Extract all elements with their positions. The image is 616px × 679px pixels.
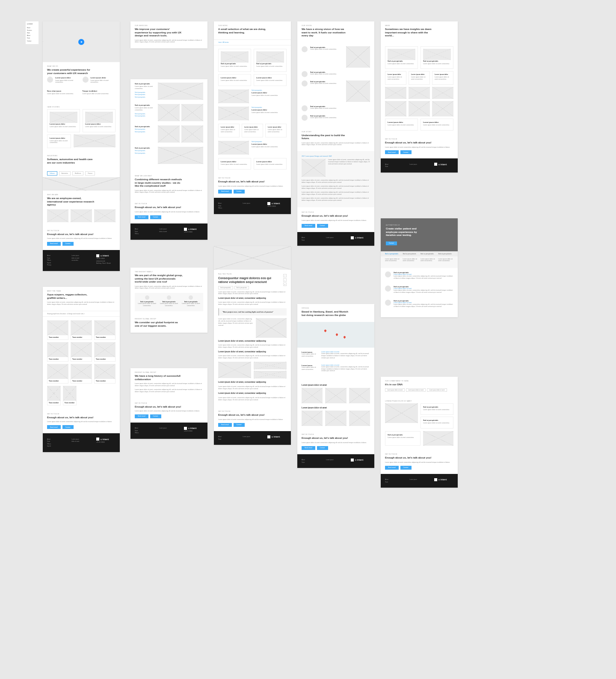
method-icon [385, 300, 391, 306]
tag-chip[interactable]: Sed ut perspiciatis [218, 286, 233, 289]
map[interactable] [297, 322, 374, 348]
logo: u intent [27, 23, 37, 25]
breadcrumb[interactable]: Home · Work · Post title [218, 273, 287, 275]
team-card[interactable]: Team member [94, 320, 116, 340]
subtab[interactable]: Sed ut perspiciatis [403, 253, 418, 255]
value-icon [302, 80, 308, 86]
email-button[interactable]: Send email [47, 425, 61, 429]
industry-hero: AUTOMOTIVE UX Create stellar patient and… [381, 218, 458, 251]
hero-video[interactable] [43, 21, 120, 62]
email-button[interactable]: Send email [385, 150, 399, 154]
value-icon [302, 115, 308, 121]
work-card[interactable]: Lorem ipsum dolorLorem ipsum dolor sit a… [218, 158, 251, 170]
page-vision: OUR VISION We have a strong vision of ho… [297, 21, 374, 246]
nav-item[interactable]: Contact [27, 40, 37, 42]
work-card[interactable]: Lorem ipsum dolorLorem ipsum dolor sit a… [218, 124, 240, 137]
heading: Combining different research methods in … [135, 178, 183, 188]
email-button[interactable]: Send email [135, 215, 148, 219]
tab[interactable]: Healthcare [72, 171, 84, 176]
page-team: MEET THE TEAM Aqua scapers, reggea colle… [43, 287, 120, 452]
work-card[interactable]: Lorem ipsum dolorLorem ipsum dolor sit a… [218, 74, 251, 86]
news-card[interactable]: Sed ut perspiciatisLorem ipsum dolor sit… [421, 46, 453, 69]
news-card[interactable]: Lorem ipsum dolorLorem ipsum dolor sit a… [409, 71, 430, 85]
contact-button[interactable]: Contact [400, 150, 412, 154]
chip[interactable]: Lorem ipsum dolor sit amet [406, 388, 426, 392]
team-card[interactable]: Team member [71, 342, 92, 362]
tag-chip[interactable]: Sed ut perspiciatis [234, 286, 249, 289]
work-card[interactable]: Lorem ipsum dolorLorem ipsum dolor sit a… [265, 124, 287, 137]
nav-item[interactable]: Work [27, 32, 37, 34]
work-card[interactable]: Lorem ipsum dolorLorem ipsum dolor sit a… [254, 158, 287, 170]
nav-item[interactable]: Services [27, 30, 37, 31]
work-card[interactable]: Lorem ipsum dolorLorem ipsum dolor sit a… [242, 124, 263, 137]
contact-button[interactable]: Contact [62, 425, 74, 429]
subtab[interactable]: Sed ut perspiciatis [385, 253, 400, 255]
team-card[interactable]: Team member [71, 320, 92, 340]
email-button[interactable]: Send email [135, 414, 148, 418]
card-title[interactable]: Lorem ipsum dolor [85, 123, 113, 125]
page-services-body: Sed ut perspiciatisLorem ipsum dolor sit… [130, 79, 207, 240]
news-card[interactable]: Sed ut perspiciatisLorem ipsum dolor sit… [385, 46, 418, 69]
contact-button[interactable]: Contact [317, 224, 328, 228]
feature-title: Lorem ipsum dolor [55, 77, 80, 79]
contact-button[interactable]: Contact [150, 215, 161, 219]
team-card[interactable]: Team member [94, 342, 116, 362]
card-title[interactable]: Lorem ipsum dolor [50, 137, 68, 139]
contact-button[interactable]: Contact [234, 423, 245, 427]
email-button[interactable]: Send email [302, 224, 315, 228]
share-icons[interactable]: ftin [283, 274, 287, 287]
map-pin-icon[interactable] [343, 336, 346, 339]
team-card[interactable]: Team member [47, 364, 68, 384]
play-icon[interactable] [78, 39, 84, 45]
news-card[interactable]: Lorem ipsum dolorLorem ipsum dolor sit a… [385, 119, 418, 131]
map-pin-icon[interactable] [324, 329, 327, 332]
email-button[interactable]: Send email [218, 190, 232, 194]
filter-bar[interactable]: Showing people from all locations · all … [43, 311, 120, 317]
news-card[interactable]: Lorem ipsum dolorLorem ipsum dolor sit a… [421, 119, 453, 131]
dna-card[interactable]: Sed ut perspiciatisLorem ipsum dolor sit… [385, 431, 421, 446]
contact-button[interactable]: Contact [234, 190, 245, 194]
tab[interactable]: Automotive [59, 171, 71, 176]
dna-card[interactable]: Sed ut perspiciatisLorem ipsum dolor sit… [421, 417, 453, 429]
team-card[interactable]: Team member [94, 364, 116, 384]
team-card[interactable]: Team member [47, 342, 68, 362]
email-button[interactable]: Send email [302, 446, 315, 450]
nav-item[interactable]: About [27, 35, 37, 36]
contact-button[interactable]: Contact [400, 466, 412, 470]
eyebrow: INDUSTRIES [47, 155, 116, 157]
card-title[interactable]: Lorem ipsum dolor [50, 123, 77, 125]
news-card[interactable]: Lorem ipsum dolorLorem ipsum dolor sit a… [432, 71, 453, 85]
tab[interactable]: Software [47, 171, 57, 176]
subtab[interactable]: Sed ut perspiciatis [438, 253, 454, 255]
filter[interactable]: Latest · All formats [218, 42, 229, 43]
timeline-year: 2017 Lorem ipsum Design und research GbR [302, 155, 370, 157]
cta-button[interactable]: Contact [386, 241, 397, 245]
work-card[interactable]: Lorem ipsum dolorLorem ipsum dolor sit a… [254, 74, 287, 86]
page-group: THE RESIGHT FAMILY We are part of the re… [130, 268, 207, 333]
chip[interactable]: Lorem ipsum dolor sit amet [427, 388, 447, 392]
work-card[interactable]: Sed ut perspiciatisLorem ipsum dolor sit… [254, 49, 287, 72]
team-card[interactable]: Team member [47, 386, 61, 405]
nav-item[interactable]: Team [27, 37, 37, 39]
subtab[interactable]: Sed ut perspiciatis [421, 253, 436, 255]
contact-button[interactable]: Contact [62, 242, 74, 246]
email-button[interactable]: Send email [218, 423, 232, 427]
footer-logo: u intent [96, 254, 116, 257]
team-card[interactable]: Team member [63, 386, 77, 405]
news-card[interactable]: Lorem ipsum dolorLorem ipsum dolor sit a… [385, 71, 406, 85]
partner-logo [145, 295, 149, 300]
heading: We improve your customers' experience by… [135, 28, 183, 38]
tab[interactable]: Finance [85, 171, 95, 176]
contact-button[interactable]: Contact [317, 446, 328, 450]
work-card[interactable]: Sed ut perspiciatisLorem ipsum dolor sit… [218, 49, 251, 72]
map-pin-icon[interactable] [335, 333, 338, 336]
email-button[interactable]: Send email [47, 242, 61, 246]
team-card[interactable]: Team member [71, 364, 92, 384]
partner-logo [167, 295, 171, 300]
contact-button[interactable]: Contact [150, 414, 161, 418]
email-button[interactable]: Send email [385, 466, 399, 470]
dna-card[interactable]: Sed ut perspiciatisLorem ipsum dolor sit… [421, 403, 453, 415]
team-card[interactable]: Team member [47, 320, 68, 340]
chip[interactable]: Lorem ipsum dolor sit amet [385, 388, 405, 392]
nav-item[interactable]: Home [27, 27, 37, 29]
